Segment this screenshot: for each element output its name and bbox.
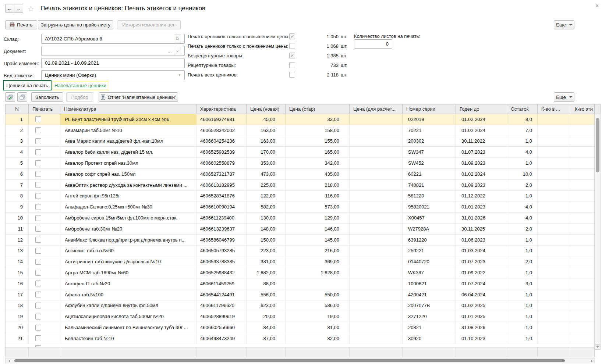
cell-nomenclature[interactable]: Амбробене сироп 15мг/5мл фл.100мл с мерн… (60, 213, 196, 223)
cell-price-calc[interactable] (350, 246, 403, 256)
table-row[interactable]: 14Антигриппин таб.шипучие д/взрослых №10… (6, 256, 594, 267)
row-print-checkbox[interactable] (35, 314, 41, 320)
cell-serial-number[interactable]: 60221 (403, 169, 456, 179)
cell-price-new[interactable]: 150,00 (247, 235, 286, 245)
cell-price-new[interactable]: 1 682,00 (247, 267, 286, 278)
cell-index[interactable]: 15 (6, 267, 29, 278)
cell-characteristic[interactable]: 4606611239400 (196, 213, 247, 223)
column-header-characteristic[interactable]: Характеристика (196, 104, 247, 114)
row-print-checkbox[interactable] (35, 303, 41, 308)
cell-price-calc[interactable] (350, 311, 403, 322)
table-row[interactable]: 7АкваОптик раствор д/ухода за контактным… (6, 180, 594, 191)
cell-serial-number[interactable]: 1000621 (403, 278, 456, 289)
cell-index[interactable]: 13 (6, 246, 29, 256)
cell-qty-labels[interactable] (571, 267, 595, 278)
cell-print-checkbox[interactable] (29, 278, 60, 289)
row-print-checkbox[interactable] (35, 149, 41, 155)
cell-qty-pack[interactable] (538, 333, 571, 344)
cell-characteristic[interactable]: 4606544124491 (196, 289, 247, 300)
cell-price-new[interactable]: 87,00 (247, 333, 286, 344)
cell-qty-pack[interactable] (538, 256, 571, 267)
column-header-qty-pack[interactable]: К-во в ... (538, 104, 571, 114)
cell-serial-number[interactable]: 740821 (403, 180, 456, 190)
table-row[interactable]: 6Аквалор софт спрей наз. 150мл4606527321… (6, 169, 594, 180)
cell-qty-pack[interactable] (538, 201, 571, 212)
forward-button[interactable]: → (14, 4, 23, 13)
row-print-checkbox[interactable] (35, 171, 41, 177)
cell-price-calc[interactable] (350, 235, 403, 245)
cell-valid-until[interactable]: 01.10.2023 (456, 333, 507, 344)
cell-qty-labels[interactable] (571, 224, 595, 234)
column-header-print-checkbox[interactable]: Печатать (29, 104, 60, 114)
cell-price-old[interactable] (286, 278, 350, 289)
cell-qty-labels[interactable] (571, 246, 595, 256)
cell-qty-labels[interactable] (571, 213, 595, 223)
cell-qty-pack[interactable] (538, 213, 571, 223)
cell-serial-number[interactable]: 20821 (403, 322, 456, 333)
row-print-checkbox[interactable] (35, 204, 41, 210)
cell-print-checkbox[interactable] (29, 180, 60, 190)
row-print-checkbox[interactable] (35, 259, 41, 265)
cell-index[interactable]: 7 (6, 180, 29, 190)
cell-nomenclature[interactable]: Альфадол-Са капс.0,25мкг+500мг №30 (60, 201, 196, 212)
table-row[interactable]: 21Белластезин таб.№10460649847324987,008… (6, 333, 594, 344)
cell-characteristic[interactable]: 4606611459259 (196, 278, 247, 289)
cell-valid-until[interactable]: 01.09.2022 (456, 267, 507, 278)
cell-valid-until[interactable]: 01.07.2023 (456, 256, 507, 267)
cell-price-old[interactable]: 1 628,00 (286, 267, 350, 278)
cell-stock[interactable]: 1,0 (507, 289, 538, 300)
warehouse-field[interactable]: АУ1032 СПб Абрамова 8 ⧉ (41, 34, 185, 44)
cell-print-checkbox[interactable] (29, 201, 60, 212)
cell-characteristic[interactable]: 4606525982539 (196, 147, 247, 157)
sheets-count-input[interactable]: 0 (354, 39, 392, 49)
cell-price-old[interactable]: 550,00 (286, 289, 350, 300)
back-button[interactable]: ← (5, 4, 14, 13)
cell-price-new[interactable]: 223,00 (247, 246, 286, 256)
cell-price-old[interactable]: 218,00 (286, 180, 350, 190)
cell-index[interactable]: 12 (6, 235, 29, 245)
cell-qty-pack[interactable] (538, 224, 571, 234)
cell-price-calc[interactable] (350, 333, 403, 344)
close-icon[interactable]: × (595, 3, 599, 9)
cell-valid-until[interactable]: 01.01.2025 (456, 311, 507, 322)
cell-qty-pack[interactable] (538, 147, 571, 157)
cell-print-checkbox[interactable] (29, 136, 60, 147)
table-row[interactable]: 19Ацетилсалициловая кислота таб.500мг №2… (6, 311, 594, 322)
cell-qty-labels[interactable] (571, 180, 595, 190)
cell-index[interactable]: 9 (6, 201, 29, 212)
cell-stock[interactable]: 8,0 (507, 114, 538, 125)
choose-icon[interactable]: … (167, 49, 172, 54)
cell-qty-labels[interactable] (571, 136, 595, 147)
price-history-button[interactable]: История изменения цен (117, 20, 181, 29)
cell-serial-number[interactable]: SW347 (403, 147, 456, 157)
table-row[interactable]: 2Авиамарин таб.50мг №104606528342002163,… (6, 125, 594, 136)
row-print-checkbox[interactable] (35, 248, 41, 254)
row-print-checkbox[interactable] (35, 292, 41, 297)
cell-price-new[interactable]: 353,00 (247, 158, 286, 168)
cell-stock[interactable]: 7,0 (507, 125, 538, 136)
row-print-checkbox[interactable] (35, 325, 41, 331)
cell-print-checkbox[interactable] (29, 224, 60, 234)
cell-valid-until[interactable]: 01.12.2022 (456, 191, 507, 201)
cell-print-checkbox[interactable] (29, 235, 60, 245)
row-print-checkbox[interactable] (35, 138, 41, 144)
cell-valid-until[interactable]: 01.06.2023 (456, 235, 507, 245)
cell-serial-number[interactable]: 022019 (403, 114, 456, 125)
column-header-price-calc[interactable]: Цена (для расчет... (350, 104, 403, 114)
row-print-checkbox[interactable] (35, 116, 41, 122)
cell-index[interactable]: 2 (6, 125, 29, 136)
row-print-checkbox[interactable] (35, 160, 41, 166)
filter-checkbox-all[interactable] (289, 72, 295, 78)
cell-nomenclature[interactable]: Афала таб.№100 (60, 289, 196, 300)
cell-characteristic[interactable]: 4606593788385 (196, 256, 247, 267)
cell-qty-labels[interactable] (571, 289, 595, 300)
cell-qty-pack[interactable] (538, 125, 571, 136)
table-row[interactable]: 20Бальзамический линимент по Вишневскому… (6, 322, 594, 333)
cell-qty-labels[interactable] (571, 191, 595, 201)
cell-price-old[interactable]: 129,00 (286, 213, 350, 223)
cell-price-calc[interactable] (350, 114, 403, 125)
cell-price-old[interactable]: 82,00 (286, 333, 350, 344)
cell-qty-pack[interactable] (538, 136, 571, 147)
cell-price-new[interactable]: 473,00 (247, 169, 286, 179)
table-row[interactable]: 11Амбробене таб.30мг №204606613239637148… (6, 224, 594, 235)
